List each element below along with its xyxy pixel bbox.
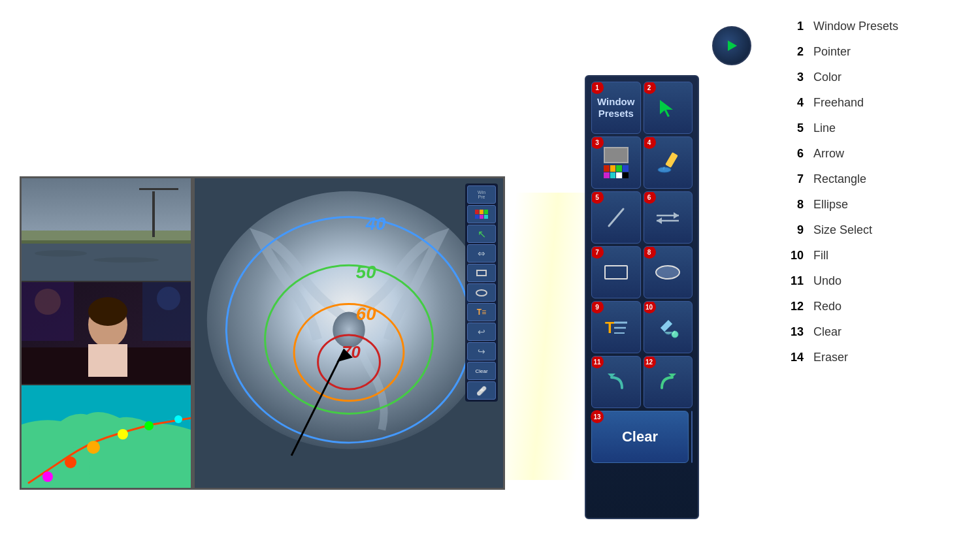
fill-button[interactable]: 10: [644, 301, 693, 353]
legend-num-9: 9: [784, 223, 804, 237]
toolbar-row-4: 7 8: [591, 246, 693, 298]
legend-item-2: 2 Pointer: [784, 45, 980, 59]
legend-item-6: 6 Arrow: [784, 147, 980, 161]
undo-button[interactable]: 11: [591, 356, 641, 408]
video-feed-anchor: [22, 282, 191, 386]
overlay-btn-arrow[interactable]: ⇔: [467, 244, 496, 263]
legend-num-7: 7: [784, 172, 804, 186]
main-storm-feed: 40 50 60 70 WinPre ↖ ⇔: [193, 176, 505, 490]
legend-label-6: Arrow: [813, 147, 844, 161]
redo-icon: [655, 370, 680, 394]
svg-marker-39: [660, 100, 673, 117]
badge-7: 7: [591, 246, 604, 259]
overlay-btn-color[interactable]: [467, 205, 496, 223]
legend-item-8: 8 Ellipse: [784, 198, 980, 212]
svg-marker-0: [728, 40, 737, 51]
svg-point-25: [174, 415, 182, 423]
legend-num-14: 14: [784, 351, 804, 364]
toolbar-row-2: 3 4: [591, 136, 693, 189]
legend-num-6: 6: [784, 147, 804, 161]
freehand-icon: [655, 150, 680, 175]
svg-text:40: 40: [365, 214, 386, 234]
badge-5: 5: [591, 191, 604, 204]
svg-point-16: [35, 289, 61, 315]
legend-num-5: 5: [784, 121, 804, 135]
overlay-btn-ellipse[interactable]: [467, 283, 496, 302]
video-feed-storm: [22, 178, 191, 282]
svg-point-7: [35, 250, 87, 257]
legend-label-11: Undo: [813, 274, 841, 288]
svg-rect-3: [22, 231, 191, 240]
legend-num-2: 2: [784, 45, 804, 59]
clear-label: Clear: [622, 428, 658, 445]
redo-button[interactable]: 12: [644, 356, 693, 408]
play-button[interactable]: [712, 26, 751, 65]
toolbar-row-1: 1 Window Presets 2: [591, 82, 693, 134]
legend-item-1: 1 Window Presets: [784, 20, 980, 33]
eraser-button[interactable]: 14: [691, 411, 693, 463]
arrow-icon: [654, 205, 681, 230]
overlay-btn-wp[interactable]: WinPre: [467, 185, 496, 204]
svg-rect-4: [152, 191, 155, 237]
legend-label-12: Redo: [813, 300, 841, 313]
legend-label-4: Freehand: [813, 96, 864, 110]
storm-svg: 40 50 60 70: [195, 178, 503, 488]
window-presets-label: Window Presets: [592, 96, 640, 120]
badge-10: 10: [644, 301, 656, 313]
line-icon: [604, 205, 629, 230]
rectangle-button[interactable]: 7: [591, 246, 641, 298]
size-select-icon: T: [602, 315, 630, 340]
svg-rect-6: [22, 244, 191, 282]
legend-item-9: 9 Size Select: [784, 223, 980, 237]
badge-1: 1: [591, 82, 604, 94]
legend-item-4: 4 Freehand: [784, 96, 980, 110]
legend-item-5: 5 Line: [784, 121, 980, 135]
overlay-btn-text[interactable]: T≡: [467, 303, 496, 321]
pointer-button[interactable]: 2: [644, 82, 693, 134]
legend-item-3: 3 Color: [784, 71, 980, 84]
window-presets-button[interactable]: 1 Window Presets: [591, 82, 641, 134]
freehand-button[interactable]: 4: [644, 136, 693, 189]
svg-rect-12: [88, 344, 127, 377]
line-button[interactable]: 5: [591, 191, 641, 244]
svg-point-22: [87, 441, 100, 454]
svg-rect-40: [665, 152, 678, 168]
overlay-toolbar: WinPre ↖ ⇔ T≡ ↩ ↪ Clear: [465, 184, 498, 402]
overlay-btn-clear[interactable]: Clear: [467, 362, 496, 380]
badge-11: 11: [591, 356, 604, 368]
legend-label-2: Pointer: [813, 45, 851, 59]
legend-label-13: Clear: [813, 325, 841, 339]
legend: 1 Window Presets 2 Pointer 3 Color 4 Fre…: [784, 20, 980, 376]
legend-label-14: Eraser: [813, 351, 848, 364]
badge-9: 9: [591, 301, 604, 313]
svg-text:50: 50: [356, 262, 376, 282]
toolbar-row-6: 11 12: [591, 356, 693, 408]
svg-point-17: [157, 287, 180, 310]
overlay-btn-redo[interactable]: ↪: [467, 342, 496, 360]
ellipse-button[interactable]: 8: [644, 246, 693, 298]
overlay-btn-eraser[interactable]: 🩹: [467, 381, 496, 400]
legend-label-8: Ellipse: [813, 198, 848, 212]
size-select-button[interactable]: 9 T: [591, 301, 641, 353]
overlay-btn-undo[interactable]: ↩: [467, 323, 496, 341]
video-feed-map: [22, 385, 191, 488]
badge-14: 14: [691, 411, 693, 423]
arrow-button[interactable]: 6: [644, 191, 693, 244]
overlay-btn-pointer[interactable]: ↖: [467, 225, 496, 243]
svg-marker-44: [674, 212, 679, 219]
color-button[interactable]: 3: [591, 136, 641, 189]
legend-item-11: 11 Undo: [784, 274, 980, 288]
legend-label-3: Color: [813, 71, 841, 84]
clear-button[interactable]: 13 Clear: [591, 411, 689, 463]
badge-6: 6: [644, 191, 656, 204]
legend-num-1: 1: [784, 20, 804, 33]
badge-4: 4: [644, 136, 656, 149]
svg-point-8: [93, 257, 159, 263]
undo-icon: [604, 370, 629, 394]
legend-item-7: 7 Rectangle: [784, 172, 980, 186]
svg-rect-5: [139, 188, 178, 190]
legend-num-4: 4: [784, 96, 804, 110]
legend-num-10: 10: [784, 249, 804, 263]
left-video-panel: [20, 176, 193, 490]
overlay-btn-rect[interactable]: [467, 264, 496, 282]
